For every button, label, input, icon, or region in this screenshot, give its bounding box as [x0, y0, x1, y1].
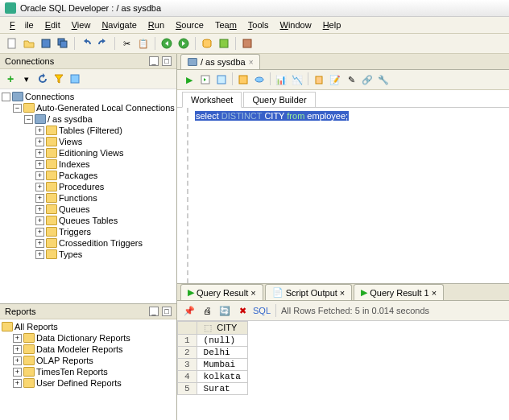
menu-window[interactable]: Window	[275, 19, 317, 31]
twisty-icon[interactable]: +	[35, 160, 44, 169]
add-connection-icon[interactable]: +	[3, 72, 18, 86]
twisty-icon[interactable]: +	[35, 183, 44, 191]
tab-sysdba[interactable]: / as sysdba ×	[180, 54, 260, 69]
tree-node[interactable]: Indexes	[59, 159, 90, 169]
db-icon[interactable]	[200, 36, 214, 51]
twisty-icon[interactable]: +	[13, 379, 22, 388]
menu-help[interactable]: Help	[318, 19, 346, 31]
clear-icon[interactable]	[312, 72, 326, 87]
tab-worksheet[interactable]: Worksheet	[182, 92, 242, 108]
cancel-icon[interactable]: ✖	[235, 303, 250, 318]
twisty-icon[interactable]: +	[35, 228, 44, 237]
explain-icon[interactable]	[214, 72, 229, 87]
dropdown-icon[interactable]: ▾	[19, 72, 34, 86]
tree-node[interactable]: Queues	[59, 204, 90, 214]
cut-icon[interactable]: ✂	[119, 36, 134, 51]
apply-filter-icon[interactable]	[68, 72, 82, 86]
wand-icon[interactable]: ✎	[344, 72, 358, 87]
minimize-icon[interactable]: _	[149, 56, 159, 66]
sql-icon[interactable]	[217, 36, 231, 51]
table-row[interactable]: 3Mumbai	[178, 359, 248, 371]
tool2-icon[interactable]: 📉	[290, 72, 304, 87]
run-script-icon[interactable]	[198, 72, 213, 87]
twisty-icon[interactable]: −	[13, 104, 22, 113]
menu-view[interactable]: View	[67, 19, 96, 31]
copy-icon[interactable]: 📋	[136, 36, 151, 51]
refresh-result-icon[interactable]: 🔄	[217, 303, 232, 318]
new-icon[interactable]	[5, 36, 19, 51]
sql-editor[interactable]: select DISTINCT CITY from employee;	[187, 108, 509, 283]
open-icon[interactable]	[22, 36, 36, 51]
restore-icon[interactable]: □	[162, 307, 172, 316]
twisty-icon[interactable]: +	[13, 368, 22, 377]
tree-node[interactable]: Queues Tables	[59, 216, 118, 225]
notepad-icon[interactable]: 📝	[328, 72, 342, 87]
twisty-icon[interactable]	[2, 93, 10, 101]
table-row[interactable]: 4kolkata	[178, 371, 248, 383]
result-grid[interactable]: ⬚ CITY 1(null)2Delhi3Mumbai4kolkata5Sura…	[177, 321, 509, 420]
tab-script-output[interactable]: 📄Script Output×	[265, 284, 353, 300]
tree-node[interactable]: Triggers	[59, 227, 91, 237]
close-icon[interactable]: ×	[249, 58, 254, 67]
minimize-icon[interactable]: _	[149, 307, 159, 316]
tree-node[interactable]: TimesTen Reports	[36, 367, 108, 377]
twisty-icon[interactable]: +	[35, 194, 44, 203]
menu-run[interactable]: Run	[143, 19, 169, 31]
tree-node[interactable]: Crossedition Triggers	[59, 238, 143, 248]
commit-icon[interactable]	[252, 72, 267, 87]
close-icon[interactable]: ×	[432, 288, 437, 298]
menu-team[interactable]: Team	[210, 19, 242, 31]
tab-query-result-1[interactable]: ▶Query Result 1×	[354, 284, 444, 300]
menu-navigate[interactable]: Navigate	[97, 19, 141, 31]
tree-node[interactable]: Tables (Filtered)	[59, 126, 122, 135]
twisty-icon[interactable]: +	[35, 149, 44, 158]
saveall-icon[interactable]	[56, 36, 70, 51]
twisty-icon[interactable]: +	[35, 216, 44, 225]
tree-node[interactable]: Functions	[59, 193, 97, 203]
tree-node[interactable]: User Defined Reports	[36, 378, 122, 388]
sql-link[interactable]: SQL	[253, 306, 271, 315]
tree-node[interactable]: Views	[59, 137, 82, 146]
close-icon[interactable]: ×	[250, 288, 255, 298]
ext-icon[interactable]	[240, 36, 254, 51]
menu-edit[interactable]: Edit	[40, 19, 65, 31]
twisty-icon[interactable]: +	[35, 250, 44, 259]
twisty-icon[interactable]: +	[13, 356, 22, 365]
table-row[interactable]: 5Surat	[178, 383, 248, 395]
link-icon[interactable]: 🔗	[360, 72, 375, 87]
twisty-icon[interactable]: +	[35, 138, 44, 146]
wrench-icon[interactable]: 🔧	[376, 72, 391, 87]
filter-icon[interactable]	[52, 72, 66, 86]
twisty-icon[interactable]: +	[13, 345, 22, 354]
back-icon[interactable]	[159, 36, 174, 51]
tree-node[interactable]: Data Dictionary Reports	[36, 333, 130, 343]
pin-icon[interactable]: 📌	[182, 303, 197, 318]
refresh-icon[interactable]	[35, 72, 50, 86]
tree-node[interactable]: Types	[59, 249, 82, 259]
twisty-icon[interactable]: +	[13, 334, 22, 343]
tool1-icon[interactable]: 📊	[274, 72, 288, 87]
close-icon[interactable]: ×	[340, 288, 345, 298]
twisty-icon[interactable]: +	[35, 126, 44, 135]
redo-icon[interactable]	[96, 36, 110, 51]
restore-icon[interactable]: □	[162, 56, 172, 66]
menu-tools[interactable]: Tools	[243, 19, 274, 31]
tree-node[interactable]: OLAP Reports	[36, 356, 93, 365]
print-icon[interactable]: 🖨	[200, 303, 214, 318]
run-icon[interactable]: ▶	[182, 72, 197, 87]
autotrace-icon[interactable]	[236, 72, 250, 87]
undo-icon[interactable]	[79, 36, 93, 51]
save-icon[interactable]	[39, 36, 53, 51]
menu-file[interactable]: File	[5, 19, 39, 31]
menu-source[interactable]: Source	[171, 19, 209, 31]
twisty-icon[interactable]: −	[24, 115, 33, 124]
tree-node[interactable]: Packages	[59, 171, 97, 180]
tab-query-builder[interactable]: Query Builder	[243, 92, 315, 107]
tab-query-result[interactable]: ▶Query Result×	[180, 284, 263, 300]
twisty-icon[interactable]: +	[35, 205, 44, 214]
tree-node[interactable]: Data Modeler Reports	[36, 344, 123, 354]
table-row[interactable]: 1(null)	[178, 335, 248, 347]
twisty-icon[interactable]: +	[35, 239, 44, 248]
forward-icon[interactable]	[176, 36, 191, 51]
table-row[interactable]: 2Delhi	[178, 347, 248, 359]
